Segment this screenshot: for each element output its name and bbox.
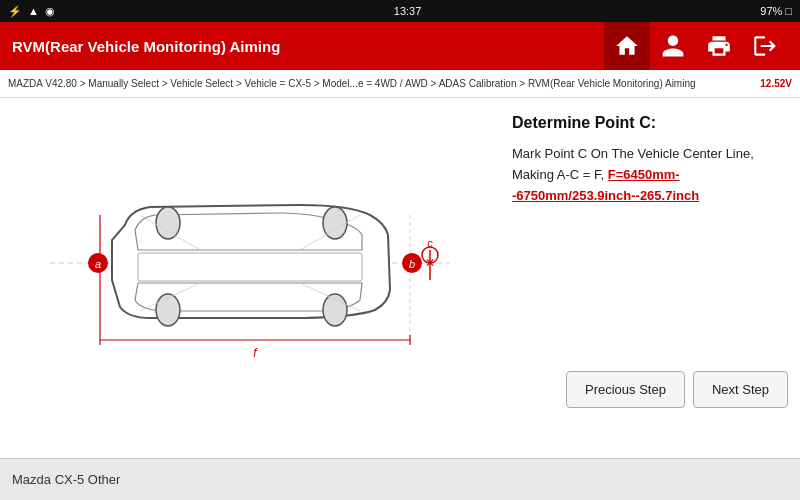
print-button[interactable]	[696, 22, 742, 70]
next-step-button[interactable]: Next Step	[693, 371, 788, 408]
previous-step-button[interactable]: Precious Step	[566, 371, 685, 408]
circle-icon: ◉	[45, 5, 55, 18]
header: RVM(Rear Vehicle Monitoring) Aiming	[0, 22, 800, 70]
svg-text:f: f	[253, 346, 258, 360]
breadcrumb-text: MAZDA V42.80 > Manually Select > Vehicle…	[8, 78, 696, 89]
svg-text:a: a	[95, 258, 101, 270]
footer: Mazda CX-5 Other	[0, 458, 800, 500]
buttons-area: Precious Step Next Step	[566, 371, 788, 408]
battery-voltage: 12.52V	[760, 78, 792, 89]
footer-label: Mazda CX-5 Other	[12, 472, 120, 487]
svg-point-9	[156, 294, 180, 326]
status-left: ⚡ ▲ ◉	[8, 5, 55, 18]
bluetooth-icon: ⚡	[8, 5, 22, 18]
svg-text:c: c	[427, 237, 433, 249]
status-right: 97% □	[760, 5, 792, 17]
wifi-icon: ▲	[28, 5, 39, 17]
svg-rect-7	[138, 253, 362, 281]
diagram-area: a b c ✕ f	[0, 98, 500, 458]
info-title: Determine Point C:	[512, 114, 788, 132]
battery-status: 97% □	[760, 5, 792, 17]
main-content: a b c ✕ f Determine Point C: Mark Point …	[0, 98, 800, 458]
header-icons	[604, 22, 788, 70]
home-button[interactable]	[604, 22, 650, 70]
status-time: 13:37	[394, 5, 422, 17]
app-title: RVM(Rear Vehicle Monitoring) Aiming	[12, 38, 280, 55]
profile-button[interactable]	[650, 22, 696, 70]
info-description: Mark Point C On The Vehicle Center Line,…	[512, 144, 788, 206]
breadcrumb: MAZDA V42.80 > Manually Select > Vehicle…	[0, 70, 800, 98]
logout-button[interactable]	[742, 22, 788, 70]
svg-text:b: b	[409, 258, 415, 270]
svg-point-11	[323, 294, 347, 326]
svg-point-8	[156, 207, 180, 239]
status-bar: ⚡ ▲ ◉ 13:37 97% □	[0, 0, 800, 22]
car-diagram: a b c ✕ f	[40, 135, 460, 395]
svg-text:✕: ✕	[425, 256, 435, 270]
